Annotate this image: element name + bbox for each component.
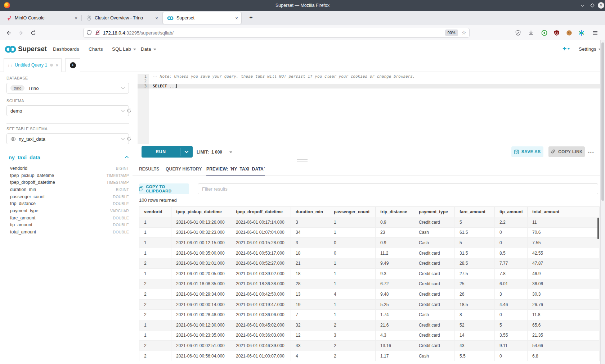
insecure-lock-icon[interactable] bbox=[95, 30, 100, 36]
filter-results-input[interactable] bbox=[198, 183, 598, 194]
table-cell: Credit card bbox=[414, 217, 455, 228]
table-cell: 28 bbox=[291, 279, 329, 289]
column-header-payment_type[interactable]: payment_type bbox=[414, 207, 455, 217]
table-cell: 6.01 bbox=[495, 279, 528, 289]
nav-item-data[interactable]: Data bbox=[141, 46, 156, 52]
table-cell: 1.74 bbox=[376, 310, 414, 320]
download-icon[interactable] bbox=[528, 30, 534, 36]
extension-green-icon[interactable] bbox=[541, 30, 547, 36]
table-cell: 14 bbox=[455, 330, 495, 341]
column-header-fare_amount[interactable]: fare_amount bbox=[455, 207, 495, 217]
schema-select[interactable]: demo bbox=[6, 105, 129, 116]
forward-icon[interactable] bbox=[18, 30, 24, 36]
column-name: passenger_count bbox=[10, 194, 113, 199]
brand-wordmark: Superset bbox=[18, 45, 47, 53]
table-cell: Credit card bbox=[414, 289, 455, 300]
shield-check-icon[interactable] bbox=[515, 30, 521, 36]
table-cell: 2021-06-01 00:45:02.000 bbox=[231, 320, 291, 330]
refresh-table-icon[interactable] bbox=[126, 136, 132, 142]
column-header-passenger_count[interactable]: passenger_count bbox=[329, 207, 376, 217]
run-options-chevron-icon[interactable] bbox=[180, 146, 193, 158]
table-row: 12021-06-01 00:23:35.0002021-06-01 00:36… bbox=[139, 330, 600, 341]
column-header-tip_amount[interactable]: tip_amount bbox=[495, 207, 528, 217]
database-select[interactable]: trino Trino bbox=[6, 83, 129, 94]
browser-tab-trino[interactable]: Cluster Overview - Trino × bbox=[84, 12, 160, 24]
table-cell: 5.5 bbox=[455, 351, 495, 361]
copy-to-clipboard-button[interactable]: COPY TO CLIPBOARD bbox=[139, 183, 189, 194]
column-header-total_amount[interactable]: total_amount bbox=[528, 207, 600, 217]
window-minimize-button[interactable] bbox=[579, 2, 586, 9]
tab-close-icon[interactable]: × bbox=[233, 15, 240, 21]
table-cell: 12 bbox=[291, 330, 329, 341]
new-tab-button[interactable]: + bbox=[247, 14, 255, 22]
table-cell: 5 bbox=[455, 217, 495, 228]
table-schema-select[interactable]: ny_taxi_data bbox=[6, 133, 129, 144]
table-cell: 1 bbox=[139, 217, 171, 228]
drag-handle-icon[interactable]: ⋮⋮ bbox=[7, 63, 13, 67]
chevron-up-icon[interactable] bbox=[125, 156, 129, 159]
table-cell: 7.77 bbox=[495, 258, 528, 269]
table-cell: 2021-06-01 18:36:38.000 bbox=[231, 279, 291, 289]
table-cell: 2.2 bbox=[495, 217, 528, 228]
table-cell: 13.16 bbox=[376, 341, 414, 351]
table-cell: 2021-06-01 00:42:50.000 bbox=[231, 289, 291, 300]
menu-icon[interactable] bbox=[592, 30, 598, 36]
browser-tab-minio[interactable]: MinIO Console × bbox=[4, 12, 79, 24]
table-cell: 0 bbox=[329, 248, 376, 258]
see-table-schema-label: SEE TABLE SCHEMA bbox=[6, 127, 48, 131]
back-icon[interactable] bbox=[5, 30, 12, 36]
column-type: BIGINT bbox=[116, 166, 129, 170]
save-as-button[interactable]: SAVE AS bbox=[511, 146, 543, 157]
table-cell: Credit card bbox=[414, 279, 455, 289]
query-tab-active[interactable]: ⋮⋮ Untitled Query 1 × bbox=[4, 58, 62, 72]
browser-tab-superset[interactable]: Superset × bbox=[163, 12, 241, 24]
table-cell: 0 bbox=[495, 310, 528, 320]
url-bar[interactable]: 172.18.0.4:32295/superset/sqllab/ 90% ☆ bbox=[83, 28, 470, 38]
screen: Superset — Mozilla Firefox × MinIO Conso… bbox=[0, 0, 605, 364]
tracking-shield-icon[interactable] bbox=[86, 30, 92, 36]
table-cell: 1 bbox=[139, 320, 171, 330]
settings-menu[interactable]: Settings bbox=[579, 46, 601, 52]
nav-item-charts[interactable]: Charts bbox=[89, 46, 103, 52]
window-close-button[interactable]: × bbox=[598, 2, 604, 9]
reload-icon[interactable] bbox=[30, 30, 36, 36]
ublock-shield-icon[interactable] bbox=[554, 30, 560, 36]
run-button[interactable]: RUN bbox=[142, 146, 193, 158]
column-header-tpep_dropoff_datetime[interactable]: tpep_dropoff_datetime bbox=[231, 207, 291, 217]
pane-resize-handle[interactable] bbox=[297, 159, 308, 162]
window-maximize-button[interactable] bbox=[589, 2, 596, 9]
add-new-button[interactable]: + bbox=[563, 45, 570, 53]
tab-close-icon[interactable]: × bbox=[153, 15, 160, 21]
add-query-tab-button[interactable]: + bbox=[65, 58, 80, 72]
extension-asterisk-icon[interactable] bbox=[578, 30, 584, 36]
page-scrollbar-thumb[interactable] bbox=[601, 42, 604, 201]
table-scrollbar-thumb[interactable] bbox=[597, 218, 599, 239]
sql-editor[interactable]: 1 2 3 -- Note: Unless you save your quer… bbox=[138, 74, 605, 144]
column-header-tpep_pickup_datetime[interactable]: tpep_pickup_datetime bbox=[171, 207, 231, 217]
column-header-trip_distance[interactable]: trip_distance bbox=[376, 207, 414, 217]
nav-item-dashboards[interactable]: Dashboards bbox=[53, 46, 79, 52]
chevron-down-icon bbox=[568, 48, 570, 50]
table-row: 22021-06-01 00:31:01.0002021-06-01 00:52… bbox=[139, 258, 600, 269]
tab-query-history[interactable]: QUERY HISTORY bbox=[166, 164, 202, 176]
schema-column-row: tpep_pickup_datetimeTIMESTAMP bbox=[10, 172, 129, 179]
bookmark-star-icon[interactable]: ☆ bbox=[462, 29, 466, 36]
column-header-vendorid[interactable]: vendorid bbox=[139, 207, 171, 217]
refresh-schema-icon[interactable] bbox=[126, 108, 132, 114]
chevron-down-icon bbox=[229, 151, 232, 153]
page-scrollbar[interactable] bbox=[600, 40, 605, 364]
tab-results[interactable]: RESULTS bbox=[139, 164, 160, 176]
cookie-icon[interactable] bbox=[566, 30, 572, 36]
zoom-level-badge[interactable]: 90% bbox=[445, 29, 458, 36]
table-row: 12021-06-01 00:20:05.0002021-06-01 00:39… bbox=[139, 268, 600, 279]
more-options-button[interactable]: ••• bbox=[588, 144, 595, 160]
limit-dropdown[interactable]: LIMIT: 1 000 bbox=[197, 144, 232, 160]
table-row: 22021-06-01 18:08:35.0002021-06-01 18:36… bbox=[139, 279, 600, 289]
column-header-duration_min[interactable]: duration_min bbox=[291, 207, 329, 217]
copy-icon bbox=[139, 186, 143, 191]
copy-link-button[interactable]: COPY LINK bbox=[548, 146, 585, 157]
query-tab-close-icon[interactable]: × bbox=[55, 63, 58, 68]
nav-item-sql-lab[interactable]: SQL Lab bbox=[112, 46, 136, 52]
tab-preview[interactable]: PREVIEW: `NY_TAXI_DATA` bbox=[206, 164, 265, 176]
tab-close-icon[interactable]: × bbox=[73, 15, 79, 21]
